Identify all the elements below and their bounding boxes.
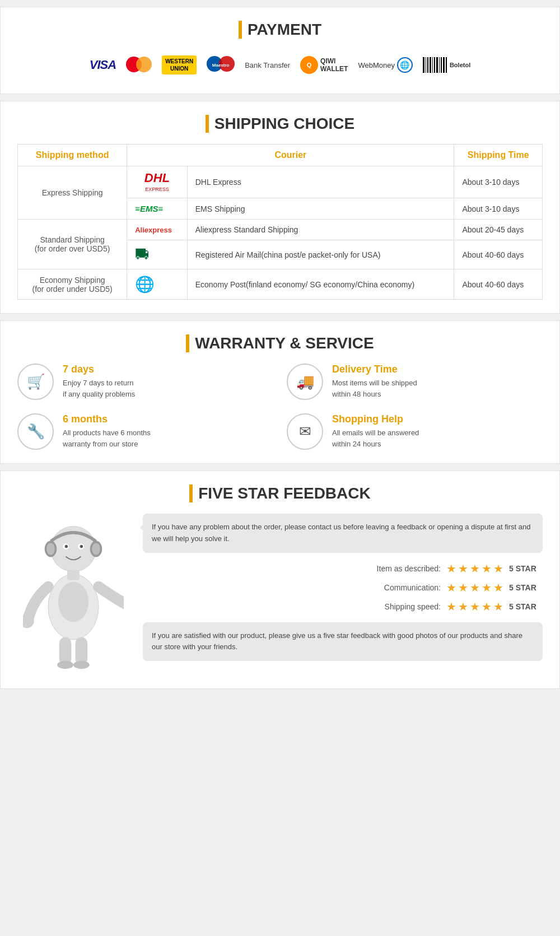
warranty-item-7days: 🛒 7 days Enjoy 7 days to returnif any qu… xyxy=(17,364,273,400)
dhl-express-sub: EXPRESS xyxy=(145,187,169,192)
webmoney-text: WebMoney xyxy=(358,61,395,69)
star-2: ★ xyxy=(458,581,468,594)
ali-logo-cell: Aliexpress xyxy=(127,220,187,240)
dhl-logo-wrap: DHL EXPRESS xyxy=(135,172,179,192)
warranty-shopping-desc: All emails will be answeredwithin 24 hou… xyxy=(332,427,419,449)
table-row: Economy Shipping(for order under USD5) 🌐… xyxy=(18,269,543,300)
aliexpress-logo-text: Aliexpress xyxy=(135,226,172,234)
svg-rect-5 xyxy=(434,57,435,73)
visa-logo: VISA xyxy=(90,58,116,72)
chinapost-name-cell: Registered Air Mail(china post/e packet-… xyxy=(187,240,454,269)
svg-rect-3 xyxy=(430,57,431,73)
star-3: ★ xyxy=(470,562,480,575)
warranty-title: WARRANTY & SERVICE xyxy=(17,334,543,352)
rating-item-text: 5 STAR xyxy=(509,564,537,573)
svg-point-18 xyxy=(65,545,68,548)
maestro-label: Maestro xyxy=(212,63,230,68)
un-name-cell: Economy Post(finland economy/ SG economy… xyxy=(187,269,454,300)
mastercard-logo xyxy=(126,57,152,73)
rating-rows: Item as described: ★ ★ ★ ★ ★ 5 STAR Comm… xyxy=(143,562,543,613)
shipping-table: Shipping method Courier Shipping Time Ex… xyxy=(17,144,543,300)
svg-point-22 xyxy=(58,582,88,622)
maestro-logo: Maestro xyxy=(207,56,235,74)
star-1: ★ xyxy=(446,581,456,594)
svg-rect-8 xyxy=(441,57,442,73)
rating-item-stars: ★ ★ ★ ★ ★ xyxy=(446,562,503,575)
shipping-title-text: SHIPPING CHOICE xyxy=(214,115,354,133)
ali-time-cell: About 20-45 days xyxy=(454,220,543,240)
col-courier: Courier xyxy=(127,145,454,166)
chinapost-logo-cell: ⛟ xyxy=(127,240,187,269)
payment-section: PAYMENT VISA WESTERNUNION Maestro xyxy=(0,7,560,94)
rating-row-comm: Communication: ★ ★ ★ ★ ★ 5 STAR xyxy=(148,581,537,594)
warranty-delivery-desc: Most items will be shippedwithin 48 hour… xyxy=(332,378,417,399)
mc-yellow-circle xyxy=(136,57,152,72)
warranty-item-delivery: 🚚 Delivery Time Most items will be shipp… xyxy=(287,364,543,400)
title-bar-decoration xyxy=(186,334,189,352)
warranty-item-6months: 🔧 6 months All products have 6 monthswar… xyxy=(17,413,273,450)
payment-logos-container: VISA WESTERNUNION Maestro Bank Transfer xyxy=(17,50,543,80)
warranty-6months-content: 6 months All products have 6 monthswarra… xyxy=(63,413,151,449)
robot-svg xyxy=(23,514,124,675)
svg-point-19 xyxy=(80,545,83,548)
svg-rect-9 xyxy=(443,57,445,73)
standard-shipping-cell: Standard Shipping(for order over USD5) xyxy=(18,220,127,269)
title-bar-decoration xyxy=(189,485,193,502)
col-shipping-method: Shipping method xyxy=(18,145,127,166)
boleto-logo: Boletol xyxy=(423,57,470,73)
economy-shipping-cell: Economy Shipping(for order under USD5) xyxy=(18,269,127,300)
dhl-time-cell: About 3-10 days xyxy=(454,166,543,198)
star-4: ★ xyxy=(482,562,492,575)
rating-comm-stars: ★ ★ ★ ★ ★ xyxy=(446,581,503,594)
ems-logo-text: ≡EMS≡ xyxy=(135,204,163,213)
star-2: ★ xyxy=(458,562,468,575)
warranty-6months-title: 6 months xyxy=(63,413,151,425)
feedback-intro-text: If you have any problem about the order,… xyxy=(152,523,530,543)
svg-point-15 xyxy=(92,543,100,555)
dhl-logo-text: DHL xyxy=(144,171,170,185)
western-union-text: WESTERNUNION xyxy=(162,55,197,74)
qiwi-circle: Q xyxy=(300,56,318,74)
rating-shipping-text: 5 STAR xyxy=(509,602,537,611)
feedback-title-text: FIVE STAR FEEDBACK xyxy=(198,485,371,502)
cart-icon: 🛒 xyxy=(17,364,54,400)
ali-name-cell: Aliexpress Standard Shipping xyxy=(187,220,454,240)
svg-rect-0 xyxy=(423,57,424,73)
table-header-row: Shipping method Courier Shipping Time xyxy=(18,145,543,166)
svg-point-13 xyxy=(46,543,54,555)
chinapost-logo-icon: ⛟ xyxy=(135,246,150,263)
feedback-title: FIVE STAR FEEDBACK xyxy=(17,485,543,502)
visa-text: VISA xyxy=(90,58,116,72)
bank-transfer-logo: Bank Transfer xyxy=(245,61,290,69)
star-2: ★ xyxy=(458,600,468,613)
rating-row-shipping: Shipping speed: ★ ★ ★ ★ ★ 5 STAR xyxy=(148,600,537,613)
feedback-intro-bubble: If you have any problem about the order,… xyxy=(143,514,543,553)
un-logo-cell: 🌐 xyxy=(127,269,187,300)
boleto-barcode-icon xyxy=(423,57,447,73)
svg-point-27 xyxy=(57,661,73,669)
webmoney-logo: WebMoney 🌐 xyxy=(358,57,413,73)
star-4: ★ xyxy=(482,581,492,594)
chinapost-time-cell: About 40-60 days xyxy=(454,240,543,269)
svg-rect-10 xyxy=(446,57,447,73)
warranty-6months-desc: All products have 6 monthswarranty from … xyxy=(63,427,151,449)
warranty-title-text: WARRANTY & SERVICE xyxy=(195,334,374,352)
title-bar-decoration xyxy=(239,21,242,39)
svg-rect-6 xyxy=(436,57,438,73)
star-3: ★ xyxy=(470,581,480,594)
warranty-7days-desc: Enjoy 7 days to returnif any quality pro… xyxy=(63,378,135,399)
svg-rect-26 xyxy=(76,637,88,665)
svg-point-28 xyxy=(73,661,90,669)
robot-figure xyxy=(17,514,129,675)
qiwi-logo: Q QIWIWALLET xyxy=(300,56,348,74)
feedback-text-content: If you have any problem about the order,… xyxy=(143,514,543,661)
warranty-7days-title: 7 days xyxy=(63,364,135,375)
feedback-content-area: If you have any problem about the order,… xyxy=(17,514,543,675)
feedback-section: FIVE STAR FEEDBACK xyxy=(0,471,560,689)
boleto-text: Boletol xyxy=(450,62,470,68)
star-3: ★ xyxy=(470,600,480,613)
un-time-cell: About 40-60 days xyxy=(454,269,543,300)
star-5: ★ xyxy=(493,562,503,575)
warranty-shopping-content: Shopping Help All emails will be answere… xyxy=(332,413,419,449)
bank-transfer-text: Bank Transfer xyxy=(245,61,290,69)
